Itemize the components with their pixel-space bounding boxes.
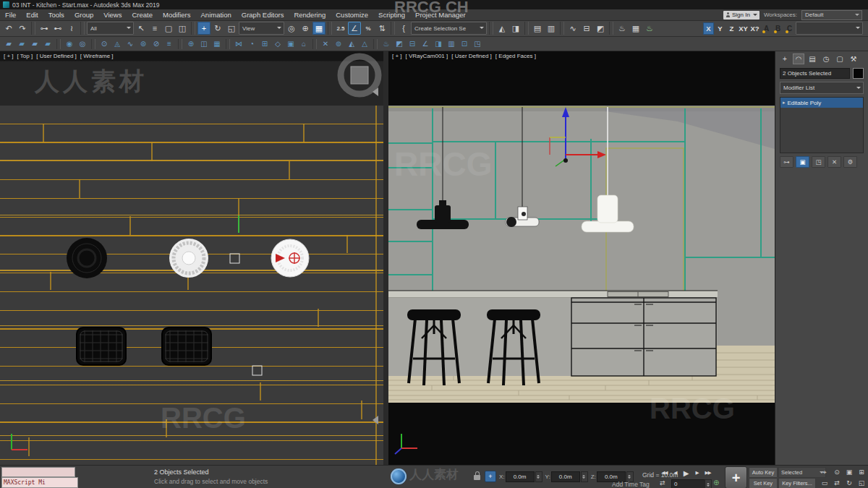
secondary-toolbar-icon[interactable]: ◬ — [111, 38, 123, 49]
viewport-general-menu[interactable]: [ + ] — [392, 53, 402, 59]
constraint-xz-button[interactable]: X? — [749, 22, 760, 35]
configure-modifier-sets-button[interactable]: ⚙ — [843, 156, 857, 168]
auto-key-button[interactable]: Auto Key — [749, 467, 778, 478]
sign-in-button[interactable]: Sign In — [723, 11, 760, 20]
secondary-toolbar-icon[interactable]: ◔ — [246, 38, 258, 49]
mirror-icon[interactable]: ◭ — [495, 22, 509, 35]
expand-arrow-icon[interactable]: ▸ — [783, 100, 786, 106]
remove-modifier-button[interactable]: ✕ — [827, 156, 841, 168]
secondary-toolbar-icon[interactable]: ⊚ — [333, 38, 344, 49]
modifier-stack[interactable]: ▸ Editable Poly — [780, 97, 864, 153]
secondary-toolbar-icon[interactable]: ⊟ — [407, 38, 418, 49]
secondary-toolbar-icon[interactable]: ▥ — [446, 38, 457, 49]
select-and-rotate-icon[interactable]: ↻ — [211, 22, 224, 35]
menu-file[interactable]: File — [0, 9, 21, 20]
key-filters-button[interactable]: Key Filters... — [778, 478, 816, 488]
align-icon[interactable]: ◨ — [509, 22, 522, 35]
secondary-toolbar-icon[interactable]: ⊙ — [98, 38, 110, 49]
tab-display[interactable]: ▢ — [834, 53, 846, 64]
menu-create[interactable]: Create — [127, 9, 158, 20]
next-frame-button[interactable]: ▶ — [692, 468, 702, 478]
select-and-link-icon[interactable]: ⊶ — [38, 22, 51, 35]
go-to-start-button[interactable]: ◀◀ — [660, 468, 669, 478]
viewport-user-menu[interactable]: [ User Defined ] — [451, 53, 492, 59]
select-object-icon[interactable]: ↖ — [135, 22, 148, 35]
spinner-snap-icon[interactable]: ⇅ — [375, 22, 388, 35]
reference-coordinate-dropdown[interactable]: View — [239, 22, 284, 35]
curve-editor-icon[interactable]: ∿ — [566, 22, 579, 35]
selection-lock-icon[interactable] — [474, 475, 480, 480]
object-name-field[interactable]: 2 Objects Selected — [780, 68, 850, 79]
secondary-toolbar-icon[interactable]: ▰ — [29, 38, 41, 49]
secondary-toolbar-icon[interactable]: ◩ — [393, 38, 405, 49]
extra-dropdown[interactable] — [796, 22, 863, 35]
secondary-toolbar-icon[interactable]: ◳ — [472, 38, 483, 49]
constraint-x-button[interactable]: X — [703, 22, 714, 35]
select-and-scale-icon[interactable]: ◱ — [225, 22, 238, 35]
secondary-toolbar-icon[interactable]: ◉ — [64, 38, 75, 49]
scene-explorer-icon[interactable]: ▥ — [545, 22, 558, 35]
secondary-toolbar-icon[interactable]: ∿ — [124, 38, 136, 49]
rectangular-selection-region-icon[interactable]: ▢ — [162, 22, 175, 35]
schematic-view-icon[interactable]: ⊟ — [580, 22, 593, 35]
secondary-toolbar-icon[interactable]: ⊘ — [150, 38, 162, 49]
coordinate-input[interactable]: 0.0m — [506, 471, 535, 482]
secondary-toolbar-icon[interactable]: ♨ — [380, 38, 392, 49]
viewport-shading-menu[interactable]: [ Wireframe ] — [80, 53, 114, 59]
secondary-toolbar-icon[interactable]: ⊕ — [185, 38, 197, 49]
coordinate-input[interactable]: 0.0m — [551, 471, 580, 482]
bind-to-spacewarp-icon[interactable]: ≀ — [65, 22, 78, 35]
tab-modify[interactable]: ◠ — [793, 53, 804, 64]
select-and-move-icon[interactable]: + — [197, 22, 210, 35]
render-setup-icon[interactable]: ♨ — [616, 22, 629, 35]
constraint-z-button[interactable]: Z — [726, 22, 737, 35]
orbit-button[interactable]: ↻ — [843, 478, 855, 488]
menu-scripting[interactable]: Scripting — [373, 9, 410, 20]
rendered-frame-window-icon[interactable]: ▦ — [629, 22, 642, 35]
secondary-toolbar-icon[interactable]: ✕ — [320, 38, 331, 49]
top-viewport[interactable]: [ + ][ Top ][ User Defined ][ Wireframe … — [0, 51, 383, 465]
redo-icon[interactable]: ↷ — [16, 22, 29, 35]
secondary-toolbar-icon[interactable]: ≡ — [163, 38, 175, 49]
maxscript-mini-listener[interactable]: MAXScript Mi — [1, 477, 78, 488]
secondary-toolbar-icon[interactable]: ◭ — [346, 38, 357, 49]
tab-motion[interactable]: ◷ — [820, 53, 832, 64]
zoom-extents-all-button[interactable]: ⊞ — [856, 467, 867, 477]
macro-c-button[interactable]: C — [784, 22, 795, 35]
secondary-toolbar-icon[interactable]: ⊡ — [459, 38, 470, 49]
viewport-pov-menu[interactable]: [ Top ] — [17, 53, 33, 59]
menu-project-manager[interactable]: Project Manager — [410, 9, 471, 20]
plus-button[interactable]: + — [725, 466, 747, 488]
viewport-pov-menu[interactable]: [ VRayCam001 ] — [406, 53, 448, 59]
select-by-name-icon[interactable]: ≡ — [148, 22, 161, 35]
constraint-y-button[interactable]: Y — [715, 22, 726, 35]
select-and-manipulate-icon[interactable]: ⊕ — [299, 22, 312, 35]
percent-snap-icon[interactable]: % — [362, 22, 375, 35]
spinner-icon[interactable] — [581, 471, 588, 482]
unlink-selection-icon[interactable]: ⊷ — [51, 22, 64, 35]
tab-hierarchy[interactable]: ▤ — [807, 53, 818, 64]
secondary-toolbar-icon[interactable]: ▣ — [285, 38, 297, 49]
menu-modifiers[interactable]: Modifiers — [158, 9, 196, 20]
layer-manager-icon[interactable]: ▤ — [531, 22, 544, 35]
secondary-toolbar-icon[interactable]: ▰ — [16, 38, 27, 49]
zoom-extents-button[interactable]: ▣ — [843, 467, 855, 477]
show-end-result-button[interactable]: ▣ — [796, 156, 809, 168]
key-tangent-icon[interactable]: ⊕ — [713, 479, 719, 487]
field-of-view-button[interactable]: ▭ — [819, 478, 830, 488]
modifier-stack-item[interactable]: ▸ Editable Poly — [780, 98, 863, 108]
pin-stack-button[interactable]: ⊶ — [780, 156, 793, 168]
window-crossing-icon[interactable]: ◫ — [176, 22, 189, 35]
zoom-all-button[interactable]: ⊙ — [831, 467, 843, 477]
named-selection-set-dropdown[interactable]: Create Selection Se — [411, 22, 487, 35]
menu-views[interactable]: Views — [98, 9, 127, 20]
menu-graph-editors[interactable]: Graph Editors — [237, 9, 289, 20]
secondary-toolbar-icon[interactable]: ▰ — [42, 38, 54, 49]
secondary-toolbar-icon[interactable]: ◨ — [433, 38, 444, 49]
secondary-toolbar-icon[interactable]: ◇ — [272, 38, 284, 49]
secondary-toolbar-icon[interactable]: △ — [359, 38, 370, 49]
camera-viewport[interactable]: [ + ][ VRayCam001 ][ User Defined ][ Edg… — [388, 51, 775, 465]
constraint-xy-button[interactable]: XY — [738, 22, 749, 35]
secondary-toolbar-icon[interactable]: ▰ — [3, 38, 14, 49]
key-mode-toggle[interactable]: ⇄ — [660, 479, 665, 487]
